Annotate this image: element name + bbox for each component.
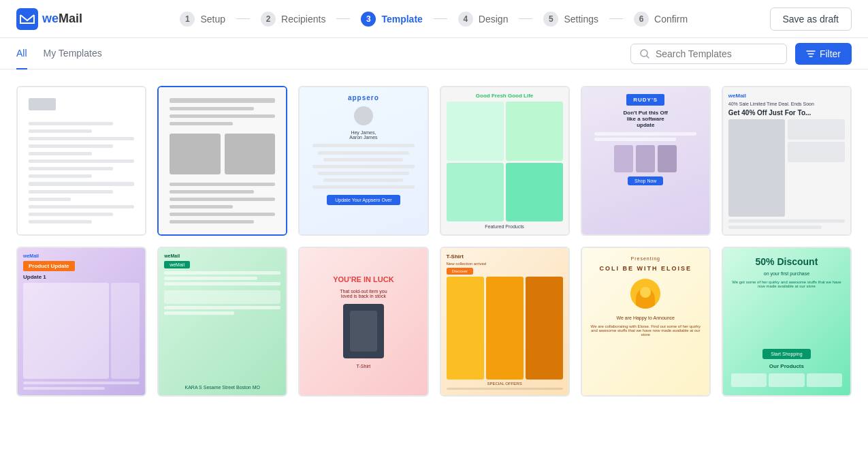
step-6-num: 6 xyxy=(634,12,649,27)
template-grid: appsero Hey James,Aaron James Update You… xyxy=(0,69,868,413)
step-5-label: Settings xyxy=(564,14,598,25)
step-6-label: Confirm xyxy=(654,14,688,25)
step-divider-1 xyxy=(236,18,250,19)
step-divider-2 xyxy=(336,18,350,19)
template-card-12[interactable]: 50% Discount on your first purchase We g… xyxy=(722,247,852,397)
step-divider-4 xyxy=(519,18,532,19)
filter-icon xyxy=(806,49,816,59)
sub-navigation: All My Templates Filter xyxy=(0,38,868,69)
step-3-label: Template xyxy=(381,14,422,25)
step-divider-5 xyxy=(609,18,623,19)
app-header: weMail 1 Setup 2 Recipients 3 Template 4… xyxy=(0,0,868,38)
steps-navigation: 1 Setup 2 Recipients 3 Template 4 Design… xyxy=(98,12,770,27)
step-divider-3 xyxy=(434,18,447,19)
search-box-container xyxy=(630,44,787,64)
search-filter-area: Filter xyxy=(630,43,852,65)
template-card-11[interactable]: Presenting COLI BE WITH ELOISE We are Ha… xyxy=(581,247,711,397)
step-recipients[interactable]: 2 Recipients xyxy=(250,12,336,27)
step-confirm[interactable]: 6 Confirm xyxy=(623,12,698,27)
wemail-logo-icon xyxy=(16,8,38,30)
search-input[interactable] xyxy=(656,48,778,59)
template-card-2[interactable] xyxy=(157,86,287,236)
svg-rect-0 xyxy=(16,8,38,30)
step-settings[interactable]: 5 Settings xyxy=(532,12,609,27)
step-4-num: 4 xyxy=(458,12,473,27)
tab-my-templates[interactable]: My Templates xyxy=(44,38,102,69)
filter-button[interactable]: Filter xyxy=(795,43,852,65)
step-3-num: 3 xyxy=(361,12,376,27)
step-setup[interactable]: 1 Setup xyxy=(169,12,236,27)
logo-text: weMail xyxy=(42,12,82,26)
step-2-num: 2 xyxy=(261,12,276,27)
template-card-1[interactable] xyxy=(16,86,146,236)
template-card-9[interactable]: YOU'RE IN LUCK That sold-out item youlov… xyxy=(298,247,428,397)
filter-label: Filter xyxy=(820,48,841,59)
template-card-5[interactable]: RUDY'S Don't Put this Offlike a software… xyxy=(581,86,711,236)
save-draft-button[interactable]: Save as draft xyxy=(770,7,852,31)
step-2-label: Recipients xyxy=(281,14,325,25)
template-card-6[interactable]: weMail 40% Sale Limited Time Deal. Ends … xyxy=(722,86,852,236)
template-card-7[interactable]: weMail Product Update Update 1 xyxy=(16,247,146,397)
template-card-4[interactable]: Good Fresh Good Life Featured Products xyxy=(440,86,570,236)
step-template[interactable]: 3 Template xyxy=(350,12,433,27)
step-design[interactable]: 4 Design xyxy=(447,12,519,27)
tab-all[interactable]: All xyxy=(16,38,27,69)
step-4-label: Design xyxy=(479,14,509,25)
template-card-10[interactable]: T-Shirt New collection arrived Discover … xyxy=(440,247,570,397)
template-card-3[interactable]: appsero Hey James,Aaron James Update You… xyxy=(298,86,428,236)
search-icon xyxy=(639,48,650,59)
template-card-8[interactable]: weMail weMail KARA S Sesame Street Bosto… xyxy=(157,247,287,397)
step-5-num: 5 xyxy=(543,12,558,27)
step-1-label: Setup xyxy=(200,14,225,25)
step-1-num: 1 xyxy=(180,12,195,27)
logo: weMail xyxy=(16,8,98,30)
